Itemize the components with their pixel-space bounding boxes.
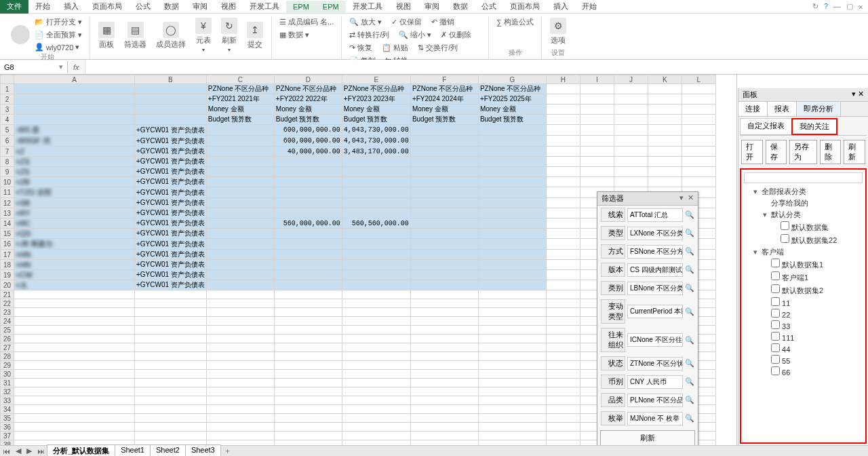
member-cell[interactable]: +JB 筹建办 xyxy=(14,239,135,250)
menu-开始[interactable]: 开始 xyxy=(575,0,604,14)
tree-checkbox[interactable] xyxy=(771,259,780,267)
value-cell[interactable] xyxy=(342,157,410,167)
value-cell[interactable] xyxy=(274,208,342,218)
panel-tab[interactable]: 连接 xyxy=(738,102,768,116)
account-cell[interactable]: +GYCW01 资产负债表 xyxy=(135,147,207,157)
col-header[interactable]: B xyxy=(135,75,207,84)
row-header[interactable]: 38 xyxy=(1,440,14,446)
tree-checkbox[interactable] xyxy=(771,309,780,318)
tree-checkbox[interactable] xyxy=(771,332,780,341)
panel-tab[interactable]: 即席分析 xyxy=(797,102,841,116)
tree-node[interactable]: 66 xyxy=(753,366,863,377)
row-header[interactable]: 26 xyxy=(1,335,14,343)
member-cell[interactable]: +HN xyxy=(14,250,135,260)
account-cell[interactable]: +GYCW01 资产负债表 xyxy=(135,187,207,198)
panel-tab[interactable]: 报表 xyxy=(768,102,797,116)
maximize-icon[interactable]: ▢ xyxy=(846,2,853,11)
value-cell[interactable] xyxy=(274,239,342,250)
value-cell[interactable] xyxy=(206,218,274,229)
value-cell[interactable] xyxy=(206,270,274,280)
tree-node[interactable]: 默认数据集 xyxy=(753,221,863,233)
panel-button[interactable]: 另存为 xyxy=(789,140,816,164)
search-icon[interactable]: 🔍 xyxy=(685,336,694,345)
tree-checkbox[interactable] xyxy=(771,284,780,293)
filter-value[interactable]: ZTNone 不区分状态 xyxy=(627,357,683,370)
account-cell[interactable]: +GYCW01 资产负债表 xyxy=(135,250,207,260)
row-header[interactable]: 4 xyxy=(1,115,14,125)
search-icon[interactable]: 🔍 xyxy=(685,307,694,316)
col-header[interactable]: I xyxy=(580,75,614,84)
row-header[interactable]: 34 xyxy=(1,405,14,414)
member-cell[interactable]: +QS xyxy=(14,229,135,239)
member-cell[interactable]: +ZB xyxy=(14,177,135,187)
row-header[interactable]: 2 xyxy=(1,94,14,104)
filter-value[interactable]: FSNone 不区分方式 xyxy=(627,245,683,259)
row-header[interactable]: 5 xyxy=(1,125,14,136)
account-cell[interactable]: +GYCW01 资产负债表 xyxy=(135,229,207,239)
tree-twisty-icon[interactable]: ▾ xyxy=(753,187,760,196)
value-cell[interactable] xyxy=(206,177,274,187)
row-header[interactable]: 36 xyxy=(1,423,14,432)
menu-item[interactable]: 插入 xyxy=(57,0,85,14)
filter-value[interactable]: LXNone 不区分类型 xyxy=(627,227,683,240)
search-icon[interactable]: 🔍 xyxy=(685,396,694,404)
panel-btn[interactable]: ▦面板 xyxy=(96,20,117,51)
panel-button[interactable]: 打开 xyxy=(741,140,763,164)
account-cell[interactable]: +GYCW01 资产负债表 xyxy=(135,136,207,147)
tree-node[interactable]: 客户端1 xyxy=(753,271,863,284)
account-cell[interactable]: +GYCW01 资产负债表 xyxy=(135,218,207,229)
row-header[interactable]: 7 xyxy=(1,147,14,157)
sheet-nav-next[interactable]: ▶ xyxy=(24,446,35,455)
menu-开发工具[interactable]: 开发工具 xyxy=(346,0,389,14)
paste-btn[interactable]: 📋粘贴 xyxy=(380,42,410,54)
col-header[interactable]: E xyxy=(342,75,410,84)
account-cell[interactable]: +GYCW01 资产负债表 xyxy=(135,177,207,187)
tree-node[interactable]: 11 xyxy=(753,297,863,308)
row-header[interactable]: 20 xyxy=(1,280,14,290)
sheet-nav-last[interactable]: ⏭ xyxy=(35,447,47,455)
sub-tab[interactable]: 我的关注 xyxy=(791,118,837,135)
account-cell[interactable]: +GYCW01 资产负债表 xyxy=(135,157,207,167)
tree-node[interactable]: 分享给我的 xyxy=(753,197,863,209)
tree-search-input[interactable] xyxy=(744,172,863,183)
filter-refresh-button[interactable]: 刷新 xyxy=(600,430,695,446)
open-category-btn[interactable]: 📂打开分支▾ xyxy=(33,16,84,28)
row-header[interactable]: 14 xyxy=(1,218,14,229)
col-header[interactable]: K xyxy=(648,75,682,84)
avatar[interactable] xyxy=(11,25,30,44)
value-cell[interactable] xyxy=(274,187,342,198)
value-cell[interactable] xyxy=(342,280,410,290)
value-cell[interactable] xyxy=(342,250,410,260)
member-cell[interactable]: +JL xyxy=(14,280,135,290)
formula-input[interactable] xyxy=(85,60,868,74)
row-header[interactable]: 21 xyxy=(1,290,14,299)
value-cell[interactable]: 560,000,000.00 xyxy=(274,218,342,229)
search-icon[interactable]: 🔍 xyxy=(685,229,694,238)
value-cell[interactable] xyxy=(342,229,410,239)
row-header[interactable]: 19 xyxy=(1,270,14,280)
value-cell[interactable] xyxy=(206,136,274,147)
tree-node[interactable]: 44 xyxy=(753,343,863,354)
sync-icon[interactable]: ↻ xyxy=(812,2,818,11)
tree-node[interactable]: 22 xyxy=(753,308,863,320)
col-header[interactable]: A xyxy=(14,75,135,84)
row-header[interactable]: 10 xyxy=(1,177,14,187)
value-cell[interactable] xyxy=(206,280,274,290)
account-cell[interactable]: +GYCW01 资产负债表 xyxy=(135,167,207,177)
value-cell[interactable] xyxy=(206,239,274,250)
undo-btn[interactable]: ↶撤销 xyxy=(429,16,456,28)
menu-视图[interactable]: 视图 xyxy=(389,0,418,14)
keep-only-btn[interactable]: ✓仅保留 xyxy=(389,16,424,28)
delete-only-btn[interactable]: ✗仅删除 xyxy=(439,29,473,41)
value-cell[interactable] xyxy=(206,208,274,218)
sheet-add[interactable]: ＋ xyxy=(221,446,234,456)
submit-btn[interactable]: ↥提交 xyxy=(244,20,266,51)
zoom-in-btn[interactable]: 🔍放大▾ xyxy=(347,16,384,28)
member-cell[interactable]: +RY xyxy=(14,208,135,218)
tree-twisty-icon[interactable]: ▾ xyxy=(763,210,769,219)
sheet-nav-first[interactable]: ⏮ xyxy=(0,447,13,455)
row-header[interactable]: 15 xyxy=(1,229,14,239)
row-header[interactable]: 35 xyxy=(1,414,14,423)
row-header[interactable]: 33 xyxy=(1,396,14,405)
value-cell[interactable] xyxy=(342,208,410,218)
